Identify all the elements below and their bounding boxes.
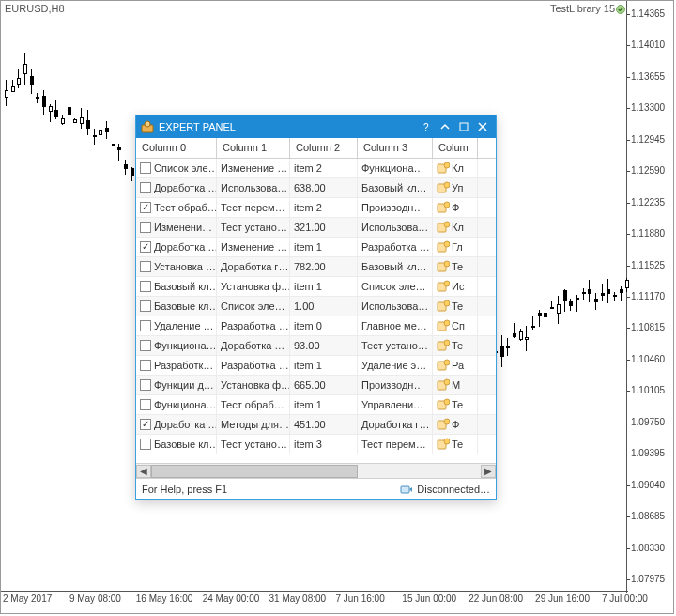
scroll-track[interactable] xyxy=(151,465,481,478)
cell-col0[interactable]: Доработка … xyxy=(136,178,217,197)
cell-col0[interactable]: Разработк… xyxy=(136,356,217,375)
cell-col0[interactable]: Тест обраб… xyxy=(136,198,217,217)
horizontal-scrollbar[interactable]: ◀ ▶ xyxy=(136,463,496,478)
cell-col2[interactable]: 638.00 xyxy=(290,178,358,197)
grid-body[interactable]: Список эле…Изменение …item 2Функциона…Кл… xyxy=(136,159,496,463)
column-header[interactable]: Column 0 xyxy=(136,138,217,158)
help-button[interactable]: ? xyxy=(417,118,436,135)
cell-col3[interactable]: Список эле… xyxy=(358,277,433,296)
table-row[interactable]: Установка …Доработка г…782.00Базовый кл…… xyxy=(136,257,496,277)
cell-col2[interactable]: item 1 xyxy=(290,356,358,375)
table-row[interactable]: Доработка …Методы для…451.00Доработка г…… xyxy=(136,415,496,435)
column-header[interactable]: Column 2 xyxy=(290,138,358,158)
row-checkbox[interactable] xyxy=(140,320,151,331)
cell-col2[interactable]: item 2 xyxy=(290,159,358,177)
table-row[interactable]: Функции д…Установка ф…665.00Производн…М xyxy=(136,376,496,395)
cell-col0[interactable]: Функциона… xyxy=(136,336,217,355)
row-checkbox[interactable] xyxy=(140,261,151,272)
row-checkbox[interactable] xyxy=(140,202,151,213)
cell-col1[interactable]: Доработка г… xyxy=(217,257,290,276)
cell-col4[interactable]: Те xyxy=(433,297,478,316)
maximize-button[interactable] xyxy=(454,118,473,135)
table-row[interactable]: Функциона…Доработка …93.00Тест устано…Те xyxy=(136,336,496,356)
row-checkbox[interactable] xyxy=(140,399,151,410)
table-row[interactable]: Доработка …Использова…638.00Базовый кл…У… xyxy=(136,178,496,198)
cell-col0[interactable]: Базовые кл… xyxy=(136,435,217,454)
cell-col0[interactable]: Доработка … xyxy=(136,415,217,434)
cell-col4[interactable]: Кл xyxy=(433,159,478,177)
column-header[interactable]: Colum xyxy=(433,138,478,158)
panel-titlebar[interactable]: EXPERT PANEL ? xyxy=(136,116,496,138)
cell-col4[interactable]: Ф xyxy=(433,198,478,217)
column-header[interactable]: Column 1 xyxy=(217,138,290,158)
cell-col4[interactable]: Ф xyxy=(433,415,478,434)
table-row[interactable]: Список эле…Изменение …item 2Функциона…Кл xyxy=(136,159,496,178)
cell-col4[interactable]: Кл xyxy=(433,218,478,237)
cell-col3[interactable]: Доработка г… xyxy=(358,415,433,434)
cell-col4[interactable]: Те xyxy=(433,435,478,454)
table-row[interactable]: Разработк…Разработка …item 1Удаление э…Р… xyxy=(136,356,496,376)
row-checkbox[interactable] xyxy=(140,222,151,233)
cell-col3[interactable]: Функциона… xyxy=(358,159,433,177)
cell-col0[interactable]: Установка … xyxy=(136,257,217,276)
cell-col0[interactable]: Доработка … xyxy=(136,238,217,256)
row-checkbox[interactable] xyxy=(140,182,151,193)
cell-col1[interactable]: Установка ф… xyxy=(217,277,290,296)
cell-col0[interactable]: Функциона… xyxy=(136,395,217,414)
cell-col0[interactable]: Базовые кл… xyxy=(136,297,217,316)
table-row[interactable]: Базовые кл…Список эле…1.00Использова…Те xyxy=(136,297,496,316)
cell-col0[interactable]: Базовый кл… xyxy=(136,277,217,296)
cell-col4[interactable]: М xyxy=(433,376,478,394)
cell-col4[interactable]: Те xyxy=(433,395,478,414)
cell-col3[interactable]: Использова… xyxy=(358,218,433,237)
table-row[interactable]: Тест обраб…Тест перем…item 2Производн…Ф xyxy=(136,198,496,218)
cell-col3[interactable]: Главное ме… xyxy=(358,316,433,335)
cell-col3[interactable]: Производн… xyxy=(358,198,433,217)
cell-col3[interactable]: Тест перем… xyxy=(358,435,433,454)
collapse-button[interactable] xyxy=(436,118,454,135)
row-checkbox[interactable] xyxy=(140,379,151,391)
cell-col4[interactable]: Сп xyxy=(433,316,478,335)
cell-col4[interactable]: Те xyxy=(433,336,478,355)
cell-col1[interactable]: Тест устано… xyxy=(217,435,290,454)
cell-col2[interactable]: item 2 xyxy=(290,198,358,217)
row-checkbox[interactable] xyxy=(140,162,151,174)
cell-col2[interactable]: item 1 xyxy=(290,238,358,256)
row-checkbox[interactable] xyxy=(140,300,151,312)
cell-col0[interactable]: Изменени… xyxy=(136,218,217,237)
close-button[interactable] xyxy=(473,118,492,135)
row-checkbox[interactable] xyxy=(140,281,151,292)
scroll-left-button[interactable]: ◀ xyxy=(136,465,151,478)
cell-col3[interactable]: Разработка … xyxy=(358,238,433,256)
cell-col0[interactable]: Удаление … xyxy=(136,316,217,335)
cell-col2[interactable]: 321.00 xyxy=(290,218,358,237)
column-header[interactable]: Column 3 xyxy=(358,138,433,158)
cell-col1[interactable]: Список эле… xyxy=(217,297,290,316)
cell-col4[interactable]: Уп xyxy=(433,178,478,197)
cell-col3[interactable]: Базовый кл… xyxy=(358,178,433,197)
row-checkbox[interactable] xyxy=(140,340,151,351)
cell-col2[interactable]: 665.00 xyxy=(290,376,358,394)
scroll-right-button[interactable]: ▶ xyxy=(481,465,496,478)
cell-col4[interactable]: Ра xyxy=(433,356,478,375)
cell-col1[interactable]: Изменение … xyxy=(217,159,290,177)
cell-col1[interactable]: Методы для… xyxy=(217,415,290,434)
cell-col1[interactable]: Доработка … xyxy=(217,336,290,355)
cell-col3[interactable]: Базовый кл… xyxy=(358,257,433,276)
cell-col1[interactable]: Установка ф… xyxy=(217,376,290,394)
cell-col3[interactable]: Тест устано… xyxy=(358,336,433,355)
table-row[interactable]: Базовый кл…Установка ф…item 1Список эле…… xyxy=(136,277,496,297)
cell-col4[interactable]: Гл xyxy=(433,238,478,256)
table-row[interactable]: Базовые кл…Тест устано…item 3Тест перем…… xyxy=(136,435,496,454)
scroll-thumb[interactable] xyxy=(151,465,358,478)
cell-col0[interactable]: Функции д… xyxy=(136,376,217,394)
cell-col3[interactable]: Управлени… xyxy=(358,395,433,414)
cell-col1[interactable]: Изменение … xyxy=(217,238,290,256)
cell-col1[interactable]: Разработка … xyxy=(217,356,290,375)
cell-col3[interactable]: Производн… xyxy=(358,376,433,394)
cell-col2[interactable]: 782.00 xyxy=(290,257,358,276)
cell-col1[interactable]: Разработка … xyxy=(217,316,290,335)
cell-col2[interactable]: 1.00 xyxy=(290,297,358,316)
cell-col2[interactable]: item 1 xyxy=(290,277,358,296)
table-row[interactable]: Удаление …Разработка …item 0Главное ме…С… xyxy=(136,316,496,336)
